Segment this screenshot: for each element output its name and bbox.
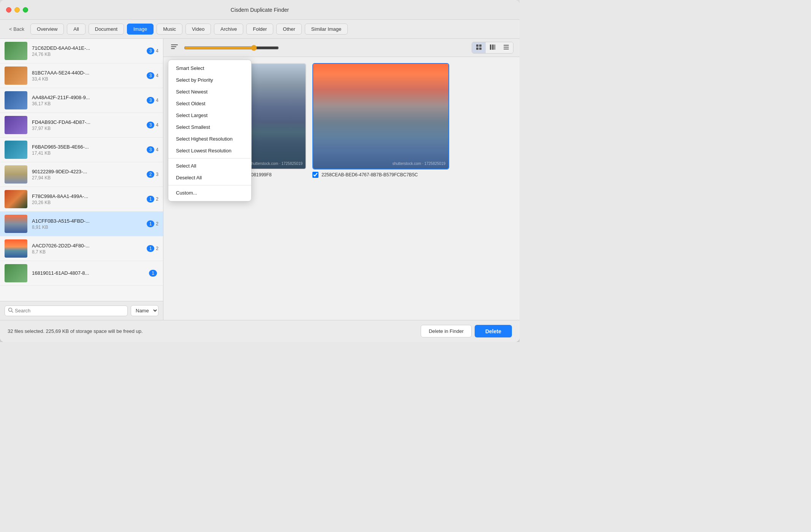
list-item[interactable]: 71C62DED-6AA0-4A1E-... 24,76 KB 3 4 <box>0 39 163 63</box>
main-content: 71C62DED-6AA0-4A1E-... 24,76 KB 3 4 81BC… <box>0 39 520 320</box>
search-box <box>5 306 128 316</box>
item-name: F6BAD965-35EB-4E66-... <box>32 144 147 150</box>
list-item[interactable]: F6BAD965-35EB-4E66-... 17,41 KB 3 4 <box>0 138 163 162</box>
delete-button[interactable]: Delete <box>475 325 512 337</box>
list-item[interactable]: 90122289-9DED-4223-... 27,94 KB 2 3 <box>0 162 163 187</box>
search-input[interactable] <box>15 308 124 314</box>
svg-line-1 <box>12 311 13 312</box>
tab-video[interactable]: Video <box>185 24 211 35</box>
grid-view-button[interactable] <box>472 42 486 53</box>
item-name: 16819011-61AD-4807-8... <box>32 270 149 276</box>
watermark-2: shutterstock.com · 1725825019 <box>392 162 445 166</box>
svg-rect-11 <box>494 44 495 50</box>
item-thumbnail <box>5 215 27 233</box>
tab-all[interactable]: All <box>67 24 85 35</box>
traffic-lights <box>6 7 28 13</box>
tab-music[interactable]: Music <box>157 24 182 35</box>
select-menu-button[interactable] <box>169 43 179 52</box>
item-counts: 3 4 <box>147 72 158 79</box>
watermark-1: shutterstock.com · 1725825019 <box>249 162 303 166</box>
close-button[interactable] <box>6 7 11 13</box>
list-item[interactable]: 16819011-61AD-4807-8... 1 <box>0 261 163 286</box>
count-badge: 1 <box>147 245 155 252</box>
list-item[interactable]: A1CFF0B3-A515-4FBD-... 8,91 KB 1 2 <box>0 212 163 236</box>
sort-select[interactable]: Name Size Date <box>131 305 158 316</box>
item-size: 20,26 KB <box>32 200 147 205</box>
column-view-button[interactable] <box>486 42 499 53</box>
tab-other[interactable]: Other <box>276 24 302 35</box>
svg-rect-6 <box>479 44 482 47</box>
item-counts: 3 4 <box>147 97 158 104</box>
dropdown-select-highest-resolution[interactable]: Select Highest Resolution <box>168 133 251 145</box>
image-preview-2: shutterstock.com · 1725825019 <box>312 63 449 169</box>
delete-in-finder-button[interactable]: Delete in Finder <box>421 325 472 337</box>
list-item[interactable]: F78C998A-8AA1-499A-... 20,26 KB 1 2 <box>0 187 163 212</box>
count-secondary: 2 <box>156 246 158 251</box>
image-checkbox-2[interactable] <box>312 172 318 178</box>
list-item[interactable]: 81BC7AAA-5E24-440D-... 33,4 KB 3 4 <box>0 63 163 88</box>
item-thumbnail <box>5 91 27 109</box>
count-badge: 3 <box>147 72 155 79</box>
sidebar: 71C62DED-6AA0-4A1E-... 24,76 KB 3 4 81BC… <box>0 39 163 320</box>
count-badge: 1 <box>149 270 157 277</box>
tab-document[interactable]: Document <box>89 24 124 35</box>
svg-rect-4 <box>171 48 175 49</box>
item-counts: 1 2 <box>147 220 158 227</box>
item-counts: 1 2 <box>147 196 158 203</box>
dropdown-select-largest[interactable]: Select Largest <box>168 109 251 121</box>
status-text: 32 files selected. 225,69 KB of storage … <box>8 328 143 334</box>
item-name: AACD7026-2D2D-4F80-... <box>32 243 147 249</box>
app-window: Cisdem Duplicate Finder < Back Overview … <box>0 0 520 342</box>
dropdown-select-by-priority[interactable]: Select by Priority <box>168 74 251 86</box>
tab-image[interactable]: Image <box>127 24 154 35</box>
item-counts: 1 2 <box>147 245 158 252</box>
item-counts: 3 4 <box>147 48 158 54</box>
dropdown-select-all[interactable]: Select All <box>168 160 251 172</box>
card-name-2: 2258CEAB-BED6-4767-8B7B-B579FCBC7B5C <box>322 172 418 177</box>
item-counts: 3 4 <box>147 122 158 128</box>
dropdown-divider <box>168 158 251 158</box>
tab-archive[interactable]: Archive <box>214 24 243 35</box>
item-name: 90122289-9DED-4223-... <box>32 169 147 174</box>
tab-overview[interactable]: Overview <box>30 24 64 35</box>
count-secondary: 2 <box>156 196 158 202</box>
svg-rect-2 <box>171 44 178 45</box>
dropdown-divider-2 <box>168 185 251 185</box>
list-view-button[interactable] <box>499 42 513 53</box>
dropdown-select-smallest[interactable]: Select Smallest <box>168 121 251 133</box>
dropdown-select-lowest-resolution[interactable]: Select Lowest Resolution <box>168 145 251 157</box>
slider-container <box>184 45 467 51</box>
list-item[interactable]: FD4AB93C-FDA6-4D87-... 37,97 KB 3 4 <box>0 113 163 138</box>
sidebar-bottom: Name Size Date <box>0 301 163 320</box>
bottom-bar: 32 files selected. 225,69 KB of storage … <box>0 320 520 342</box>
count-badge: 3 <box>147 97 155 104</box>
count-secondary: 4 <box>156 73 158 78</box>
count-badge: 1 <box>147 220 155 227</box>
tab-similar-image[interactable]: Similar Image <box>305 24 348 35</box>
list-item[interactable]: AA48A42F-211F-4908-9... 36,17 KB 3 4 <box>0 88 163 113</box>
zoom-slider[interactable] <box>184 45 279 51</box>
fullscreen-button[interactable] <box>23 7 28 13</box>
svg-rect-10 <box>492 44 494 50</box>
dropdown-smart-select[interactable]: Smart Select <box>168 62 251 74</box>
dropdown-custom[interactable]: Custom... <box>168 187 251 199</box>
window-title: Cisdem Duplicate Finder <box>231 7 289 13</box>
item-thumbnail <box>5 165 27 184</box>
item-thumbnail <box>5 190 27 208</box>
item-thumbnail <box>5 116 27 134</box>
card-footer-2: 2258CEAB-BED6-4767-8B7B-B579FCBC7B5C <box>312 172 449 178</box>
item-thumbnail <box>5 42 27 60</box>
back-button[interactable]: < Back <box>6 25 27 33</box>
dropdown-menu: Smart Select Select by Priority Select N… <box>168 60 252 201</box>
item-counts: 2 3 <box>147 171 158 178</box>
item-thumbnail <box>5 239 27 258</box>
dropdown-deselect-all[interactable]: Deselect All <box>168 172 251 184</box>
tab-folder[interactable]: Folder <box>246 24 273 35</box>
list-item[interactable]: AACD7026-2D2D-4F80-... 8,7 KB 1 2 <box>0 236 163 261</box>
dropdown-select-oldest[interactable]: Select Oldest <box>168 98 251 109</box>
image-card-2: shutterstock.com · 1725825019 2258CEAB-B… <box>312 63 449 178</box>
count-secondary: 4 <box>156 122 158 128</box>
dropdown-select-newest[interactable]: Select Newest <box>168 86 251 98</box>
item-name: FD4AB93C-FDA6-4D87-... <box>32 119 147 125</box>
minimize-button[interactable] <box>14 7 20 13</box>
